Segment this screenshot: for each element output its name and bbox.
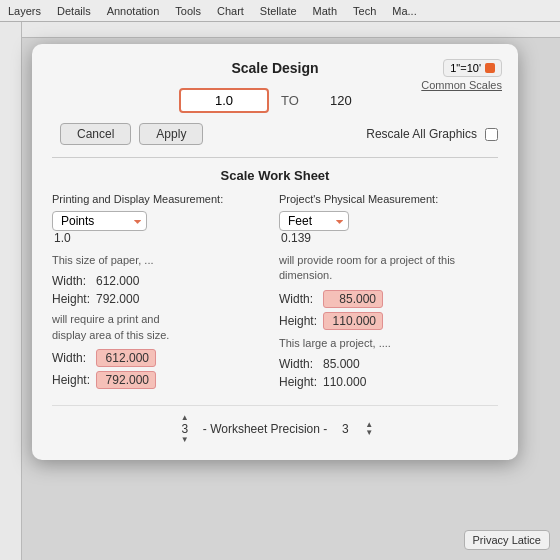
rescale-checkbox[interactable]: [485, 128, 498, 141]
toolbar: Layers Details Annotation Tools Chart St…: [0, 0, 560, 22]
rescale-label: Rescale All Graphics: [366, 127, 477, 141]
right-width-row-1: Width: 85.000: [279, 290, 498, 308]
left-stepper[interactable]: ▲ 3 ▼: [175, 414, 195, 444]
privacy-latice-button[interactable]: Privacy Latice: [464, 530, 550, 550]
precision-row: ▲ 3 ▼ - Worksheet Precision - 3 ▲ ▼: [52, 405, 498, 444]
common-scales-area: 1"=10' Common Scales: [421, 58, 502, 91]
left-precision-value: 3: [175, 422, 195, 436]
right-height-label-1: Height:: [279, 314, 317, 328]
to-label: TO: [281, 93, 299, 108]
right-width-val-2: 85.000: [323, 357, 360, 371]
right-stepper[interactable]: ▲ ▼: [363, 421, 375, 437]
scale-input-row: TO 120: [52, 88, 498, 113]
toolbar-tools[interactable]: Tools: [175, 5, 201, 17]
right-width-label-2: Width:: [279, 357, 317, 371]
toolbar-stellate[interactable]: Stellate: [260, 5, 297, 17]
right-desc2: This large a project, ....: [279, 336, 498, 351]
common-scales-link[interactable]: Common Scales: [421, 79, 502, 91]
left-height-row-2: Height: 792.000: [52, 371, 271, 389]
right-desc: will provide room for a project of this …: [279, 253, 498, 284]
left-unit-select-wrap: Points Inches Centimeters: [52, 211, 147, 231]
right-width-row-2: Width: 85.000: [279, 357, 498, 371]
left-unit-select[interactable]: Points Inches Centimeters: [52, 211, 147, 231]
worksheet-columns: Printing and Display Measurement: Points…: [52, 193, 498, 393]
left-column: Printing and Display Measurement: Points…: [52, 193, 271, 393]
right-height-val-1: 110.000: [323, 312, 383, 330]
cancel-button[interactable]: Cancel: [60, 123, 131, 145]
left-desc: This size of paper, ...: [52, 253, 271, 268]
right-col-header: Project's Physical Measurement:: [279, 193, 498, 205]
worksheet-title: Scale Work Sheet: [52, 168, 498, 183]
left-width-label-1: Width:: [52, 274, 90, 288]
right-width-val-1: 85.000: [323, 290, 383, 308]
right-unit-select-wrap: Feet Inches Meters: [279, 211, 349, 231]
left-height-val-1: 792.000: [96, 292, 139, 306]
scale-to-value: 120: [311, 93, 371, 108]
right-stepper-down[interactable]: ▼: [363, 429, 375, 437]
toolbar-tech[interactable]: Tech: [353, 5, 376, 17]
toolbar-chart[interactable]: Chart: [217, 5, 244, 17]
apply-button[interactable]: Apply: [139, 123, 203, 145]
rescale-graphics-row: Rescale All Graphics: [366, 127, 498, 141]
right-height-row-2: Height: 110.000: [279, 375, 498, 389]
buttons-row: Cancel Apply Rescale All Graphics: [52, 123, 498, 145]
left-stepper-up[interactable]: ▲: [179, 414, 191, 422]
left-width-label-2: Width:: [52, 351, 90, 365]
right-height-val-2: 110.000: [323, 375, 366, 389]
ruler-horizontal: [22, 22, 560, 38]
right-value-display: 0.139: [279, 231, 498, 245]
left-width-val-1: 612.000: [96, 274, 139, 288]
left-height-val-2: 792.000: [96, 371, 156, 389]
left-height-label-2: Height:: [52, 373, 90, 387]
scale-from-input[interactable]: [179, 88, 269, 113]
ruler-vertical: [0, 22, 22, 560]
toolbar-math[interactable]: Math: [313, 5, 337, 17]
left-stepper-down[interactable]: ▼: [179, 436, 191, 444]
precision-label: - Worksheet Precision -: [203, 422, 327, 436]
right-width-label-1: Width:: [279, 292, 317, 306]
toolbar-details[interactable]: Details: [57, 5, 91, 17]
divider: [52, 157, 498, 158]
left-desc2: will require a print and display area of…: [52, 312, 271, 343]
orange-dot-icon: [485, 63, 495, 73]
toolbar-layers[interactable]: Layers: [8, 5, 41, 17]
right-column: Project's Physical Measurement: Feet Inc…: [279, 193, 498, 393]
right-height-row-1: Height: 110.000: [279, 312, 498, 330]
left-height-row-1: Height: 792.000: [52, 292, 271, 306]
right-unit-select[interactable]: Feet Inches Meters: [279, 211, 349, 231]
scale-badge-label: 1"=10': [450, 62, 481, 74]
right-precision-value: 3: [335, 422, 355, 436]
scale-design-dialog: 1"=10' Common Scales Scale Design TO 120…: [32, 44, 518, 460]
left-value-display: 1.0: [52, 231, 271, 245]
right-height-label-2: Height:: [279, 375, 317, 389]
left-width-row-2: Width: 612.000: [52, 349, 271, 367]
left-col-header: Printing and Display Measurement:: [52, 193, 271, 205]
toolbar-annotation[interactable]: Annotation: [107, 5, 160, 17]
scale-badge[interactable]: 1"=10': [443, 59, 502, 77]
left-height-label-1: Height:: [52, 292, 90, 306]
left-width-val-2: 612.000: [96, 349, 156, 367]
left-width-row-1: Width: 612.000: [52, 274, 271, 288]
toolbar-ma[interactable]: Ma...: [392, 5, 416, 17]
